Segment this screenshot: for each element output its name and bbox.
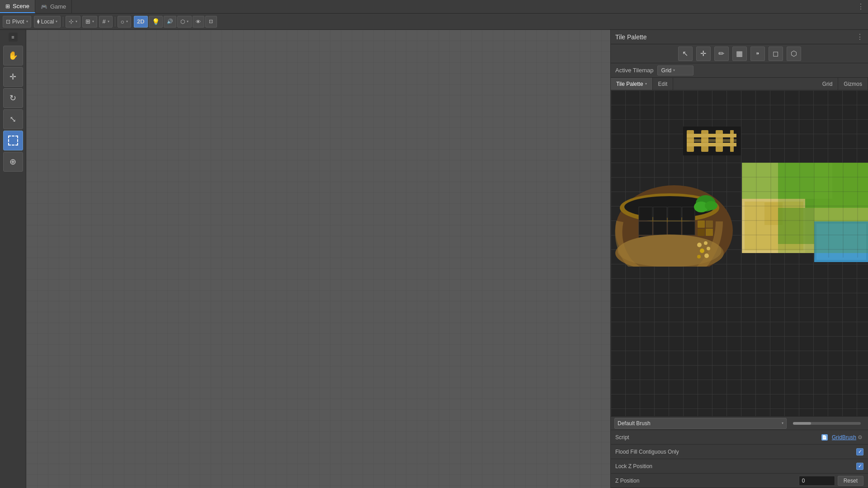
svg-rect-7 <box>687 139 736 142</box>
tilemap-chevron: ▾ <box>673 68 675 72</box>
eyedropper-icon: ⁍ <box>756 49 760 58</box>
sub-tab-gizmos[interactable]: Gizmos <box>838 78 868 90</box>
scale-icon: ⤡ <box>9 114 16 124</box>
z-position-input[interactable] <box>799 476 835 486</box>
script-file-icon: 📄 <box>821 434 828 441</box>
pivot-dropdown[interactable]: ⊡ Pivot ▾ <box>3 16 31 28</box>
lock-z-label: Lock Z Position <box>615 463 856 469</box>
lock-z-checkbox[interactable]: ✓ <box>856 463 863 470</box>
z-position-label: Z Position <box>615 478 799 484</box>
palette-select-tool[interactable]: ↖ <box>678 47 693 61</box>
script-gear-button[interactable]: ⚙ <box>856 434 863 441</box>
brush-header: Default Brush ▾ <box>611 417 868 430</box>
svg-rect-26 <box>698 221 705 228</box>
scene-grid <box>26 30 610 488</box>
svg-rect-16 <box>653 221 667 235</box>
move-grid-icon: ⊹ <box>69 18 74 25</box>
svg-rect-15 <box>639 221 652 235</box>
svg-rect-17 <box>668 221 681 235</box>
flood-fill-checkbox[interactable]: ✓ <box>856 448 863 455</box>
svg-rect-13 <box>668 207 681 221</box>
tilemap-label: Active Tilemap <box>615 67 654 74</box>
scene-icon: ⊞ <box>5 3 10 9</box>
left-strip-icon: ≡ <box>9 33 18 42</box>
palette-tile-art <box>611 90 868 416</box>
svg-rect-46 <box>814 163 868 221</box>
grid-tool-dropdown[interactable]: # ▾ <box>99 16 112 28</box>
script-link[interactable]: GridBrush <box>832 434 856 441</box>
hide-button[interactable]: 👁 <box>193 16 204 28</box>
rect-tool[interactable] <box>3 131 23 150</box>
audio-button[interactable]: 🔊 <box>164 16 176 28</box>
local-icon: ⧫ <box>37 19 39 24</box>
rotate-icon: ↻ <box>9 93 16 103</box>
svg-rect-14 <box>682 207 695 221</box>
z-position-value: Reset <box>799 476 863 486</box>
palette-eyedropper-tool[interactable]: ⁍ <box>750 47 765 61</box>
tab-bar-menu[interactable]: ⋮ <box>857 2 864 11</box>
transform-tool[interactable]: ⊕ <box>3 152 23 172</box>
svg-rect-27 <box>706 221 713 228</box>
svg-rect-12 <box>653 207 667 221</box>
palette-fill-tool[interactable]: ▦ <box>732 47 747 61</box>
move-chevron: ▾ <box>75 19 77 23</box>
sep1 <box>63 17 63 27</box>
tile-palette-sub-chevron: ▾ <box>645 82 647 86</box>
palette-move-tool[interactable]: ✛ <box>696 47 711 61</box>
palette-tools-row: ↖ ✛ ✏ ▦ ⁍ ◻ ⬡ <box>611 44 868 63</box>
select-arrow-icon: ↖ <box>682 49 688 58</box>
light-button[interactable]: 💡 <box>149 16 163 28</box>
circle-dropdown[interactable]: ○ ▾ <box>118 16 131 28</box>
tab-scene[interactable]: ⊞ Scene <box>0 0 35 13</box>
local-dropdown[interactable]: ⧫ Local ▾ <box>34 16 61 28</box>
pivot-label: Pivot <box>12 19 24 25</box>
2d-label: 2D <box>137 18 145 25</box>
flood-fill-value: ✓ <box>856 448 863 455</box>
move-tool-dropdown[interactable]: ⊹ ▾ <box>66 16 80 28</box>
reset-button[interactable]: Reset <box>838 476 863 486</box>
svg-rect-5 <box>687 134 736 137</box>
sub-tab-edit[interactable]: Edit <box>653 78 674 90</box>
hide-icon: 👁 <box>196 19 201 24</box>
palette-canvas[interactable] <box>611 90 868 416</box>
sub-tab-grid[interactable]: Grid <box>817 78 839 90</box>
toolbar-row: ⊡ Pivot ▾ ⧫ Local ▾ ⊹ ▾ ⊞ ▾ # ▾ ○ ▾ 2D 💡… <box>0 14 868 30</box>
svg-point-32 <box>700 249 704 253</box>
scale-tool[interactable]: ⤡ <box>3 109 23 129</box>
hand-icon: ✋ <box>8 51 18 61</box>
scene-viewport[interactable] <box>26 30 610 488</box>
effects-dropdown[interactable]: ⬡ ▾ <box>177 16 192 28</box>
snap-tool-dropdown[interactable]: ⊞ ▾ <box>82 16 97 28</box>
2d-button[interactable]: 2D <box>134 16 148 28</box>
brush-dropdown[interactable]: Default Brush ▾ <box>614 418 787 429</box>
circle-icon: ○ <box>121 18 124 25</box>
pivot-chevron: ▾ <box>26 19 28 23</box>
hand-tool[interactable]: ✋ <box>3 46 23 66</box>
panel-header: Tile Palette ⋮ <box>611 30 868 44</box>
move-icon: ✛ <box>9 72 16 82</box>
svg-rect-28 <box>698 229 705 236</box>
panel-menu-button[interactable]: ⋮ <box>856 33 863 41</box>
rotate-tool[interactable]: ↻ <box>3 88 23 108</box>
scene-tab-label: Scene <box>13 3 29 9</box>
palette-eraser-tool[interactable]: ◻ <box>769 47 783 61</box>
tilemap-dropdown[interactable]: Grid ▾ <box>657 66 693 75</box>
light-icon: 💡 <box>152 18 160 25</box>
palette-bucket-tool[interactable]: ⬡ <box>787 47 801 61</box>
move-tool[interactable]: ✛ <box>3 67 23 87</box>
snap-chevron: ▾ <box>92 19 94 23</box>
right-panel: Tile Palette ⋮ ↖ ✛ ✏ ▦ ⁍ ◻ ⬡ <box>610 30 868 488</box>
svg-point-33 <box>707 247 710 250</box>
palette-paint-tool[interactable]: ✏ <box>714 47 729 61</box>
transform-icon: ⊕ <box>9 157 16 167</box>
bucket-icon: ⬡ <box>791 49 797 58</box>
svg-point-35 <box>704 253 709 258</box>
brush-scrollbar[interactable] <box>793 422 861 425</box>
brush-section: Default Brush ▾ Script 📄 GridBrush ⚙ <box>611 416 868 488</box>
tab-game[interactable]: 🎮 Game <box>35 0 72 13</box>
sub-tab-tile-palette[interactable]: Tile Palette ▾ <box>611 78 653 90</box>
lock-z-property-row: Lock Z Position ✓ <box>611 459 868 474</box>
more-button[interactable]: ⊡ <box>205 16 217 28</box>
game-icon: 🎮 <box>41 4 47 10</box>
palette-subheader: Tile Palette ▾ Edit Grid Gizmos <box>611 78 868 90</box>
